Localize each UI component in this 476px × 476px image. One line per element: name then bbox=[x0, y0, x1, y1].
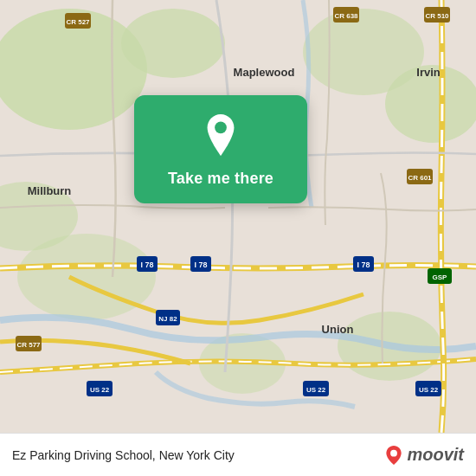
svg-text:Union: Union bbox=[322, 323, 354, 336]
action-card: Take me there bbox=[134, 95, 307, 203]
map-pin-icon bbox=[200, 114, 241, 156]
location-text: Ez Parking Driving School, New York City bbox=[12, 448, 384, 462]
svg-text:I 78: I 78 bbox=[357, 261, 370, 269]
take-me-there-button[interactable]: Take me there bbox=[168, 170, 273, 188]
svg-text:I 78: I 78 bbox=[140, 261, 153, 269]
moovit-wordmark: moovit bbox=[407, 445, 464, 465]
svg-text:GSP: GSP bbox=[433, 273, 448, 281]
svg-text:Millburn: Millburn bbox=[28, 184, 72, 197]
svg-text:CR 601: CR 601 bbox=[408, 174, 432, 182]
map-background: I 78 I 78 I 78 NJ 82 US 22 US 22 US 22 C… bbox=[0, 0, 476, 433]
svg-text:Irvin: Irvin bbox=[416, 66, 441, 79]
svg-text:US 22: US 22 bbox=[90, 386, 110, 394]
svg-point-2 bbox=[121, 9, 225, 78]
svg-text:CR 527: CR 527 bbox=[66, 18, 90, 26]
map-container: I 78 I 78 I 78 NJ 82 US 22 US 22 US 22 C… bbox=[0, 0, 476, 433]
svg-text:US 22: US 22 bbox=[306, 386, 326, 394]
svg-text:US 22: US 22 bbox=[419, 386, 439, 394]
svg-text:CR 510: CR 510 bbox=[425, 12, 449, 20]
moovit-logo: moovit bbox=[384, 445, 464, 465]
svg-point-39 bbox=[215, 122, 227, 134]
svg-text:Maplewood: Maplewood bbox=[234, 66, 295, 79]
svg-point-40 bbox=[391, 449, 398, 456]
svg-point-6 bbox=[17, 234, 156, 320]
footer-bar: Ez Parking Driving School, New York City… bbox=[0, 433, 476, 476]
svg-text:CR 577: CR 577 bbox=[16, 341, 41, 349]
svg-text:NJ 82: NJ 82 bbox=[158, 315, 177, 323]
svg-text:CR 638: CR 638 bbox=[334, 12, 358, 20]
pin-icon-wrapper bbox=[196, 111, 245, 159]
moovit-pin-icon bbox=[384, 446, 403, 465]
svg-text:I 78: I 78 bbox=[194, 261, 207, 269]
